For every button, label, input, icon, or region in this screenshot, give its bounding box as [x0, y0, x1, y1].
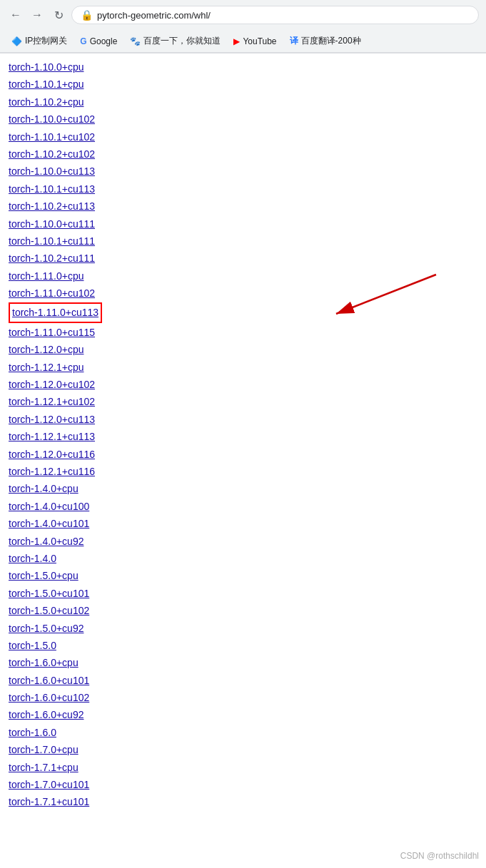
page-link[interactable]: torch-1.10.1+cu102 [9, 129, 95, 145]
bookmark-translate[interactable]: 译 百度翻译-200种 [284, 33, 367, 49]
ip-icon: 🔷 [11, 36, 22, 46]
list-item: torch-1.10.0+cpu [9, 59, 477, 75]
list-item: torch-1.4.0+cu92 [9, 533, 477, 549]
page-link[interactable]: torch-1.11.0+cu115 [9, 325, 95, 340]
page-link[interactable]: torch-1.10.1+cpu [9, 76, 83, 92]
google-icon: G [80, 36, 86, 46]
bookmark-ip-label: IP控制网关 [25, 35, 67, 47]
page-link[interactable]: torch-1.4.0+cu92 [9, 533, 83, 549]
page-content: torch-1.10.0+cputorch-1.10.1+cputorch-1.… [0, 53, 486, 816]
page-link[interactable]: torch-1.12.0+cu113 [9, 412, 95, 427]
list-item: torch-1.10.2+cu113 [9, 198, 477, 214]
page-link[interactable]: torch-1.10.0+cu113 [9, 163, 95, 179]
bookmark-google[interactable]: G Google [74, 34, 123, 48]
page-link[interactable]: torch-1.10.2+cu111 [9, 250, 95, 266]
list-item: torch-1.11.0+cu102 [9, 285, 477, 301]
list-item: torch-1.4.0+cpu [9, 481, 477, 496]
page-link[interactable]: torch-1.5.0+cu102 [9, 603, 89, 618]
link-list: torch-1.10.0+cputorch-1.10.1+cputorch-1.… [9, 59, 477, 810]
page-link[interactable]: torch-1.7.0+cpu [9, 742, 79, 757]
page-link[interactable]: torch-1.5.0 [9, 638, 56, 653]
page-link[interactable]: torch-1.10.2+cu113 [9, 198, 95, 214]
list-item: torch-1.10.1+cu111 [9, 233, 477, 249]
forward-button[interactable]: → [29, 6, 46, 24]
list-item: torch-1.6.0+cu92 [9, 707, 477, 723]
page-link[interactable]: torch-1.12.1+cu113 [9, 429, 95, 444]
page-link[interactable]: torch-1.10.0+cu102 [9, 111, 95, 127]
page-link[interactable]: torch-1.6.0+cu92 [9, 707, 83, 723]
address-bar[interactable]: 🔒 pytorch-geometric.com/whl/ [71, 6, 479, 24]
page-link[interactable]: torch-1.12.1+cpu [9, 359, 83, 375]
list-item: torch-1.12.0+cu102 [9, 377, 477, 392]
list-item: torch-1.12.1+cu102 [9, 394, 477, 409]
list-item: torch-1.6.0 [9, 725, 477, 740]
page-link[interactable]: torch-1.6.0+cu102 [9, 690, 89, 705]
list-item: torch-1.7.0+cu101 [9, 777, 477, 792]
reload-button[interactable]: ↻ [50, 6, 67, 24]
browser-chrome: ← → ↻ 🔒 pytorch-geometric.com/whl/ 🔷 IP控… [0, 0, 486, 53]
bookmark-baidu-label: 百度一下，你就知道 [143, 35, 221, 47]
page-link[interactable]: torch-1.6.0 [9, 725, 56, 740]
page-link[interactable]: torch-1.4.0+cu101 [9, 516, 89, 531]
bookmark-baidu[interactable]: 🐾 百度一下，你就知道 [124, 33, 226, 49]
back-button[interactable]: ← [7, 6, 24, 24]
page-link[interactable]: torch-1.7.0+cu101 [9, 777, 89, 792]
page-link[interactable]: torch-1.10.1+cu111 [9, 233, 95, 249]
page-link[interactable]: torch-1.6.0+cpu [9, 655, 79, 670]
list-item: torch-1.5.0+cu92 [9, 621, 477, 636]
list-item: torch-1.5.0+cu101 [9, 586, 477, 601]
bookmark-youtube[interactable]: ▶ YouTube [228, 34, 282, 48]
page-link[interactable]: torch-1.12.0+cpu [9, 342, 83, 357]
list-item: torch-1.10.1+cpu [9, 76, 477, 92]
list-item: torch-1.4.0 [9, 551, 477, 566]
page-link[interactable]: torch-1.10.2+cu102 [9, 146, 95, 162]
page-link[interactable]: torch-1.10.1+cu113 [9, 181, 95, 197]
bookmark-youtube-label: YouTube [243, 36, 276, 46]
page-link[interactable]: torch-1.6.0+cu101 [9, 673, 89, 688]
page-link[interactable]: torch-1.7.1+cu101 [9, 794, 89, 810]
page-link[interactable]: torch-1.12.1+cu116 [9, 464, 95, 479]
page-link[interactable]: torch-1.5.0+cpu [9, 568, 79, 583]
page-link[interactable]: torch-1.10.0+cpu [9, 59, 83, 75]
list-item: torch-1.12.0+cu116 [9, 446, 477, 462]
list-item: torch-1.7.1+cu101 [9, 794, 477, 810]
list-item: torch-1.11.0+cu115 [9, 325, 477, 340]
page-link[interactable]: torch-1.4.0+cu100 [9, 499, 89, 514]
page-link[interactable]: torch-1.7.1+cpu [9, 760, 79, 775]
list-item: torch-1.10.0+cu113 [9, 163, 477, 179]
list-item: torch-1.6.0+cu102 [9, 690, 477, 705]
url-text: pytorch-geometric.com/whl/ [97, 10, 470, 21]
highlighted-link[interactable]: torch-1.11.0+cu113 [9, 302, 102, 322]
page-link[interactable]: torch-1.10.2+cpu [9, 94, 83, 110]
list-item: torch-1.12.1+cu113 [9, 429, 477, 444]
list-item: torch-1.5.0 [9, 638, 477, 653]
list-item: torch-1.11.0+cu113 [9, 302, 477, 322]
list-item: torch-1.12.1+cu116 [9, 464, 477, 479]
list-item: torch-1.12.1+cpu [9, 359, 477, 375]
list-item: torch-1.10.1+cu102 [9, 129, 477, 145]
page-link[interactable]: torch-1.12.1+cu102 [9, 394, 95, 409]
list-item: torch-1.4.0+cu100 [9, 499, 477, 514]
list-item: torch-1.7.1+cpu [9, 760, 477, 775]
page-link[interactable]: torch-1.11.0+cu102 [9, 285, 95, 301]
page-link[interactable]: torch-1.11.0+cpu [9, 268, 83, 284]
list-item: torch-1.5.0+cu102 [9, 603, 477, 618]
list-item: torch-1.12.0+cu113 [9, 412, 477, 427]
bookmarks-bar: 🔷 IP控制网关 G Google 🐾 百度一下，你就知道 ▶ YouTube … [0, 30, 486, 53]
page-link[interactable]: torch-1.5.0+cu101 [9, 586, 89, 601]
bookmark-ip[interactable]: 🔷 IP控制网关 [6, 33, 73, 49]
bookmark-translate-label: 百度翻译-200种 [301, 35, 361, 47]
page-link[interactable]: torch-1.12.0+cu116 [9, 446, 95, 462]
page-link[interactable]: torch-1.4.0 [9, 551, 56, 566]
list-item: torch-1.10.2+cu111 [9, 250, 477, 266]
nav-bar: ← → ↻ 🔒 pytorch-geometric.com/whl/ [0, 0, 486, 30]
list-item: torch-1.6.0+cpu [9, 655, 477, 670]
lock-icon: 🔒 [81, 9, 93, 21]
page-link[interactable]: torch-1.12.0+cu102 [9, 377, 95, 392]
page-link[interactable]: torch-1.5.0+cu92 [9, 621, 83, 636]
translate-icon: 译 [290, 35, 298, 47]
page-link[interactable]: torch-1.4.0+cpu [9, 481, 79, 496]
list-item: torch-1.4.0+cu101 [9, 516, 477, 531]
list-item: torch-1.10.0+cu102 [9, 111, 477, 127]
page-link[interactable]: torch-1.10.0+cu111 [9, 216, 95, 232]
